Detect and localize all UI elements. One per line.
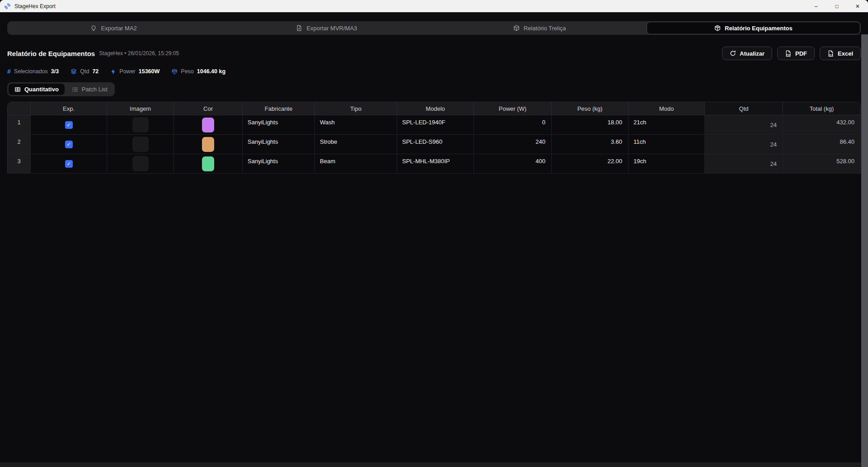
modo-cell: 19ch xyxy=(629,154,705,174)
col-header-rownum xyxy=(8,102,31,115)
check-icon: ✓ xyxy=(66,123,70,127)
tipo-cell: Beam xyxy=(315,154,397,174)
view-tab-label: Quantitativo xyxy=(24,86,59,93)
hash-icon: # xyxy=(7,68,11,75)
tipo-cell: Strobe xyxy=(315,135,397,154)
total-cell: 86.40 xyxy=(783,135,860,154)
export-checkbox[interactable]: ✓ xyxy=(65,141,73,148)
list-icon xyxy=(72,86,78,93)
col-header-modo: Modo xyxy=(629,102,705,115)
color-swatch[interactable] xyxy=(202,137,214,152)
excel-button[interactable]: XLS Excel xyxy=(820,47,861,60)
tab-relatorio-trelica[interactable]: Relatório Treliça xyxy=(433,21,646,35)
tab-label: Exportar MVR/MA3 xyxy=(306,25,357,32)
check-icon: ✓ xyxy=(66,142,70,147)
tab-label: Relatório Treliça xyxy=(524,25,566,32)
tab-exportar-mvr-ma3[interactable]: Exportar MVR/MA3 xyxy=(220,21,433,35)
stat-peso: Peso 1046.40 kg xyxy=(171,68,225,75)
view-tab-quantitativo[interactable]: Quantitativo xyxy=(9,84,65,95)
stat-value: 1046.40 kg xyxy=(197,68,225,75)
color-cell xyxy=(174,154,243,174)
stat-value: 72 xyxy=(92,68,99,75)
row-number: 2 xyxy=(8,135,31,154)
main-content: Exportar MA2 Exportar MVR/MA3 Relatório … xyxy=(0,21,868,174)
color-cell xyxy=(174,115,243,135)
modelo-cell: SPL-LED-S960 xyxy=(397,135,474,154)
app-window: { "window": { "title": "StageHex Export"… xyxy=(0,0,868,467)
stat-label: Power xyxy=(119,68,135,75)
window-controls: – □ ✕ xyxy=(806,0,868,12)
app-logo-icon xyxy=(4,3,11,9)
header-buttons: Atualizar PDF PDF XLS Excel xyxy=(722,47,861,60)
color-swatch[interactable] xyxy=(202,156,214,171)
bolt-icon xyxy=(110,69,116,75)
view-tab-label: Patch List xyxy=(82,86,108,93)
bottom-edge-strip xyxy=(0,462,868,467)
fabricante-cell: SanyiLights xyxy=(243,135,315,154)
export-checkbox[interactable]: ✓ xyxy=(65,160,73,168)
image-placeholder[interactable] xyxy=(132,137,149,152)
view-tab-group: Quantitativo Patch List xyxy=(7,82,115,96)
title-bar-left: StageHex Export xyxy=(0,3,56,9)
page-title: Relatório de Equipamentos xyxy=(7,50,95,57)
peso-cell: 22.00 xyxy=(552,154,629,174)
file-export-icon xyxy=(296,25,302,31)
col-header-fabricante: Fabricante xyxy=(243,102,315,115)
close-button[interactable]: ✕ xyxy=(847,0,868,12)
stats-row: # Selecionados 3/3 Qtd 72 Power 15360W xyxy=(7,68,861,75)
image-placeholder[interactable] xyxy=(132,156,149,171)
tipo-cell: Wash xyxy=(315,115,397,135)
stat-label: Selecionados xyxy=(14,68,48,75)
refresh-button[interactable]: Atualizar xyxy=(722,47,772,60)
pdf-button[interactable]: PDF PDF xyxy=(777,47,815,60)
qtd-cell[interactable]: 24 xyxy=(705,135,783,154)
image-placeholder[interactable] xyxy=(132,117,149,132)
page-subtitle: StageHex • 26/01/2026, 15:29:05 xyxy=(99,50,179,57)
stat-label: Peso xyxy=(181,68,194,75)
minimize-button[interactable]: – xyxy=(806,0,826,12)
modelo-cell: SPL-LED-1940F xyxy=(397,115,474,135)
col-header-total: Total (kg) xyxy=(783,102,860,115)
export-cell: ✓ xyxy=(31,154,107,174)
col-header-modelo: Modelo xyxy=(397,102,474,115)
color-swatch[interactable] xyxy=(202,118,214,132)
equipment-table: Exp. Imagem Cor Fabricante Tipo Modelo P… xyxy=(7,102,861,174)
tab-exportar-ma2[interactable]: Exportar MA2 xyxy=(7,21,220,35)
button-label: Excel xyxy=(838,50,853,57)
image-cell xyxy=(107,135,174,154)
modo-cell: 21ch xyxy=(629,115,705,135)
stat-value: 3/3 xyxy=(51,68,59,75)
export-checkbox[interactable]: ✓ xyxy=(65,121,73,129)
package-icon xyxy=(714,25,721,31)
qtd-cell[interactable]: 24 xyxy=(705,115,783,135)
qtd-cell[interactable]: 24 xyxy=(705,154,783,174)
vertical-scrollbar[interactable] xyxy=(861,34,868,467)
button-label: PDF xyxy=(795,50,807,57)
col-header-power: Power (W) xyxy=(474,102,552,115)
col-header-qtd: Qtd xyxy=(705,102,783,115)
total-cell: 432.00 xyxy=(783,115,860,135)
view-tab-patch-list[interactable]: Patch List xyxy=(66,84,113,95)
power-cell: 0 xyxy=(474,115,552,135)
tab-relatorio-equipamentos[interactable]: Relatório Equipamentos xyxy=(647,22,860,34)
svg-text:PDF: PDF xyxy=(787,53,791,56)
stat-qtd: Qtd 72 xyxy=(70,68,99,75)
maximize-button[interactable]: □ xyxy=(826,0,847,12)
xls-file-icon: XLS xyxy=(827,50,834,57)
main-tab-strip: Exportar MA2 Exportar MVR/MA3 Relatório … xyxy=(7,21,861,35)
image-cell xyxy=(107,154,174,174)
tab-label: Exportar MA2 xyxy=(101,25,136,32)
col-header-cor: Cor xyxy=(174,102,243,115)
table-icon xyxy=(14,86,21,93)
check-icon: ✓ xyxy=(66,161,70,166)
window-title: StageHex Export xyxy=(14,3,56,9)
report-header: Relatório de Equipamentos StageHex • 26/… xyxy=(7,47,861,60)
layers-icon xyxy=(70,68,77,75)
fabricante-cell: SanyiLights xyxy=(243,115,315,135)
col-header-peso: Peso (kg) xyxy=(552,102,629,115)
lightbulb-icon xyxy=(90,25,97,31)
col-header-imagem: Imagem xyxy=(107,102,174,115)
title-bar: StageHex Export – □ ✕ xyxy=(0,0,868,12)
fabricante-cell: SanyiLights xyxy=(243,154,315,174)
stat-power: Power 15360W xyxy=(110,68,160,75)
